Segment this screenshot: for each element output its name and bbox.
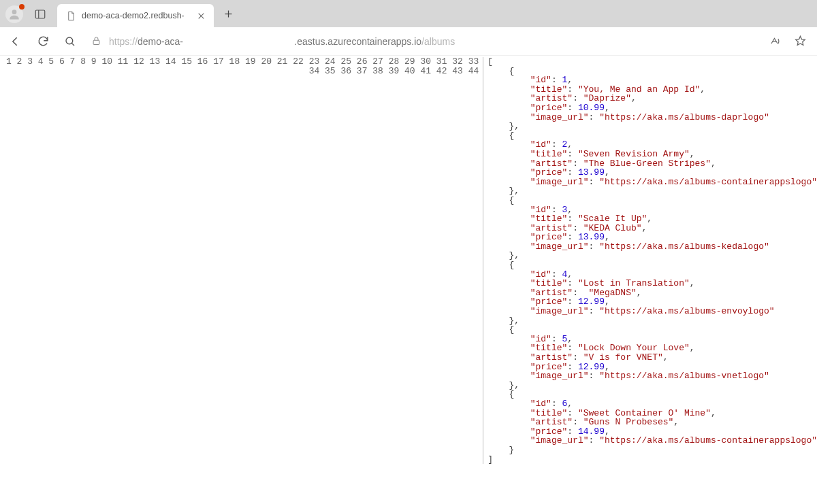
tab-title: demo-aca-demo2.redbush- [82, 11, 185, 20]
read-aloud-button[interactable] [768, 34, 783, 49]
profile-button[interactable] [5, 5, 23, 23]
close-tab-button[interactable] [195, 10, 207, 22]
url-host-redacted-gap [183, 36, 294, 47]
svg-point-7 [66, 37, 73, 44]
json-content[interactable]: [ { "id": 1, "title": "You, Me and an Ap… [483, 57, 817, 464]
site-info-button[interactable] [90, 35, 102, 48]
notification-dot-icon [19, 4, 25, 10]
svg-rect-9 [93, 40, 99, 44]
url-path: /albums [421, 36, 455, 47]
refresh-button[interactable] [35, 34, 50, 49]
page-icon [65, 10, 76, 21]
browser-titlebar: demo-aca-demo2.redbush- [0, 0, 817, 27]
back-button[interactable] [8, 34, 23, 49]
svg-line-8 [71, 43, 74, 46]
svg-point-0 [12, 10, 17, 14]
search-button[interactable] [63, 34, 78, 49]
url-host-part2: .eastus.azurecontainerapps.io [294, 36, 421, 47]
url-scheme: https:// [109, 36, 138, 47]
address-bar[interactable]: https://demo-aca- .eastus.azurecontainer… [109, 36, 756, 47]
browser-tab[interactable]: demo-aca-demo2.redbush- [57, 4, 214, 27]
svg-rect-1 [35, 10, 45, 18]
browser-toolbar: https://demo-aca- .eastus.azurecontainer… [0, 27, 817, 56]
favorites-button[interactable] [792, 34, 807, 49]
new-tab-button[interactable] [218, 4, 238, 23]
tab-actions-button[interactable] [33, 7, 48, 22]
line-number-gutter: 1 2 3 4 5 6 7 8 9 10 11 12 13 14 15 16 1… [0, 57, 483, 464]
json-viewer: 1 2 3 4 5 6 7 8 9 10 11 12 13 14 15 16 1… [0, 56, 817, 464]
url-host-part1: demo-aca- [138, 36, 183, 47]
